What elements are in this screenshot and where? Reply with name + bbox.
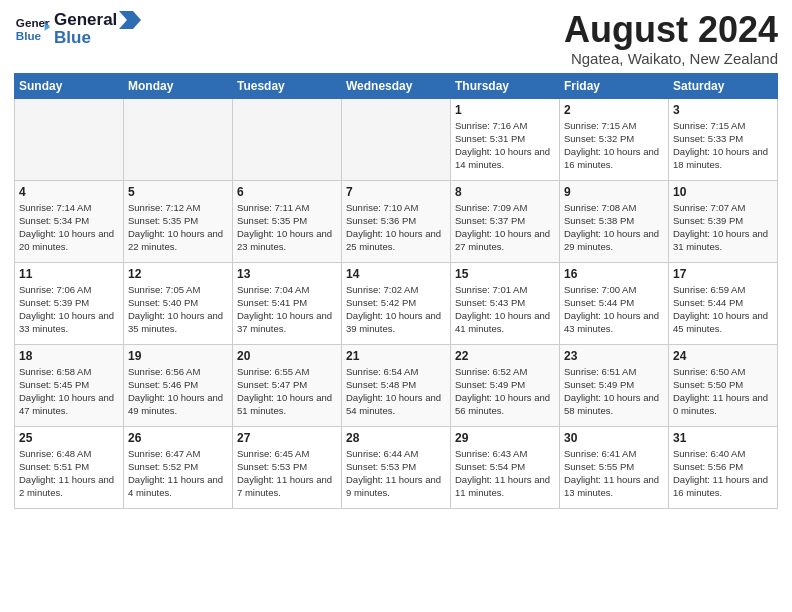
day-info: Sunrise: 6:41 AMSunset: 5:55 PMDaylight:… [564,447,664,500]
page-container: General Blue General Blue August 2024 Ng… [0,0,792,519]
day-cell: 26Sunrise: 6:47 AMSunset: 5:52 PMDayligh… [124,426,233,508]
day-cell: 25Sunrise: 6:48 AMSunset: 5:51 PMDayligh… [15,426,124,508]
day-cell: 4Sunrise: 7:14 AMSunset: 5:34 PMDaylight… [15,180,124,262]
day-cell: 5Sunrise: 7:12 AMSunset: 5:35 PMDaylight… [124,180,233,262]
day-cell: 18Sunrise: 6:58 AMSunset: 5:45 PMDayligh… [15,344,124,426]
day-info: Sunrise: 6:58 AMSunset: 5:45 PMDaylight:… [19,365,119,418]
day-info: Sunrise: 6:48 AMSunset: 5:51 PMDaylight:… [19,447,119,500]
day-cell: 15Sunrise: 7:01 AMSunset: 5:43 PMDayligh… [451,262,560,344]
location-subtitle: Ngatea, Waikato, New Zealand [564,50,778,67]
weekday-header-row: SundayMondayTuesdayWednesdayThursdayFrid… [15,73,778,98]
day-cell: 10Sunrise: 7:07 AMSunset: 5:39 PMDayligh… [669,180,778,262]
day-info: Sunrise: 7:16 AMSunset: 5:31 PMDaylight:… [455,119,555,172]
logo-blue: Blue [54,28,141,48]
day-number: 7 [346,185,446,199]
day-cell: 7Sunrise: 7:10 AMSunset: 5:36 PMDaylight… [342,180,451,262]
weekday-header-friday: Friday [560,73,669,98]
weekday-header-tuesday: Tuesday [233,73,342,98]
day-info: Sunrise: 6:50 AMSunset: 5:50 PMDaylight:… [673,365,773,418]
day-info: Sunrise: 7:10 AMSunset: 5:36 PMDaylight:… [346,201,446,254]
day-number: 22 [455,349,555,363]
day-number: 30 [564,431,664,445]
day-cell: 6Sunrise: 7:11 AMSunset: 5:35 PMDaylight… [233,180,342,262]
day-info: Sunrise: 6:56 AMSunset: 5:46 PMDaylight:… [128,365,228,418]
day-number: 14 [346,267,446,281]
logo-arrow [119,11,141,29]
day-cell: 20Sunrise: 6:55 AMSunset: 5:47 PMDayligh… [233,344,342,426]
day-cell: 12Sunrise: 7:05 AMSunset: 5:40 PMDayligh… [124,262,233,344]
day-number: 27 [237,431,337,445]
day-number: 12 [128,267,228,281]
week-row-5: 25Sunrise: 6:48 AMSunset: 5:51 PMDayligh… [15,426,778,508]
day-number: 4 [19,185,119,199]
day-info: Sunrise: 6:52 AMSunset: 5:49 PMDaylight:… [455,365,555,418]
day-info: Sunrise: 7:15 AMSunset: 5:32 PMDaylight:… [564,119,664,172]
day-cell: 8Sunrise: 7:09 AMSunset: 5:37 PMDaylight… [451,180,560,262]
month-year-title: August 2024 [564,10,778,50]
day-info: Sunrise: 7:07 AMSunset: 5:39 PMDaylight:… [673,201,773,254]
day-info: Sunrise: 7:06 AMSunset: 5:39 PMDaylight:… [19,283,119,336]
day-number: 23 [564,349,664,363]
day-info: Sunrise: 6:44 AMSunset: 5:53 PMDaylight:… [346,447,446,500]
day-cell: 28Sunrise: 6:44 AMSunset: 5:53 PMDayligh… [342,426,451,508]
day-cell: 19Sunrise: 6:56 AMSunset: 5:46 PMDayligh… [124,344,233,426]
day-cell: 24Sunrise: 6:50 AMSunset: 5:50 PMDayligh… [669,344,778,426]
day-number: 17 [673,267,773,281]
day-cell: 22Sunrise: 6:52 AMSunset: 5:49 PMDayligh… [451,344,560,426]
day-cell: 17Sunrise: 6:59 AMSunset: 5:44 PMDayligh… [669,262,778,344]
day-number: 26 [128,431,228,445]
day-number: 2 [564,103,664,117]
day-info: Sunrise: 7:04 AMSunset: 5:41 PMDaylight:… [237,283,337,336]
day-info: Sunrise: 6:45 AMSunset: 5:53 PMDaylight:… [237,447,337,500]
weekday-header-thursday: Thursday [451,73,560,98]
day-number: 3 [673,103,773,117]
day-cell: 11Sunrise: 7:06 AMSunset: 5:39 PMDayligh… [15,262,124,344]
day-cell: 3Sunrise: 7:15 AMSunset: 5:33 PMDaylight… [669,98,778,180]
day-info: Sunrise: 7:01 AMSunset: 5:43 PMDaylight:… [455,283,555,336]
day-cell [233,98,342,180]
day-number: 10 [673,185,773,199]
day-number: 25 [19,431,119,445]
day-cell: 27Sunrise: 6:45 AMSunset: 5:53 PMDayligh… [233,426,342,508]
day-number: 11 [19,267,119,281]
day-number: 29 [455,431,555,445]
day-number: 31 [673,431,773,445]
svg-marker-4 [119,11,141,29]
day-info: Sunrise: 6:47 AMSunset: 5:52 PMDaylight:… [128,447,228,500]
day-cell: 23Sunrise: 6:51 AMSunset: 5:49 PMDayligh… [560,344,669,426]
day-cell: 2Sunrise: 7:15 AMSunset: 5:32 PMDaylight… [560,98,669,180]
day-number: 15 [455,267,555,281]
day-number: 9 [564,185,664,199]
week-row-4: 18Sunrise: 6:58 AMSunset: 5:45 PMDayligh… [15,344,778,426]
calendar-table: SundayMondayTuesdayWednesdayThursdayFrid… [14,73,778,509]
logo-general: General [54,10,117,30]
day-info: Sunrise: 7:05 AMSunset: 5:40 PMDaylight:… [128,283,228,336]
day-info: Sunrise: 6:51 AMSunset: 5:49 PMDaylight:… [564,365,664,418]
day-number: 16 [564,267,664,281]
weekday-header-monday: Monday [124,73,233,98]
weekday-header-sunday: Sunday [15,73,124,98]
day-number: 8 [455,185,555,199]
week-row-1: 1Sunrise: 7:16 AMSunset: 5:31 PMDaylight… [15,98,778,180]
day-info: Sunrise: 7:11 AMSunset: 5:35 PMDaylight:… [237,201,337,254]
day-cell: 13Sunrise: 7:04 AMSunset: 5:41 PMDayligh… [233,262,342,344]
day-info: Sunrise: 6:59 AMSunset: 5:44 PMDaylight:… [673,283,773,336]
weekday-header-wednesday: Wednesday [342,73,451,98]
day-number: 21 [346,349,446,363]
day-number: 1 [455,103,555,117]
day-info: Sunrise: 7:02 AMSunset: 5:42 PMDaylight:… [346,283,446,336]
week-row-3: 11Sunrise: 7:06 AMSunset: 5:39 PMDayligh… [15,262,778,344]
day-cell: 29Sunrise: 6:43 AMSunset: 5:54 PMDayligh… [451,426,560,508]
title-block: August 2024 Ngatea, Waikato, New Zealand [564,10,778,67]
logo-icon: General Blue [14,11,50,47]
day-info: Sunrise: 7:08 AMSunset: 5:38 PMDaylight:… [564,201,664,254]
day-cell [342,98,451,180]
day-info: Sunrise: 7:15 AMSunset: 5:33 PMDaylight:… [673,119,773,172]
day-cell [124,98,233,180]
day-cell: 30Sunrise: 6:41 AMSunset: 5:55 PMDayligh… [560,426,669,508]
day-number: 20 [237,349,337,363]
day-info: Sunrise: 6:55 AMSunset: 5:47 PMDaylight:… [237,365,337,418]
day-info: Sunrise: 7:14 AMSunset: 5:34 PMDaylight:… [19,201,119,254]
day-cell: 21Sunrise: 6:54 AMSunset: 5:48 PMDayligh… [342,344,451,426]
day-number: 19 [128,349,228,363]
